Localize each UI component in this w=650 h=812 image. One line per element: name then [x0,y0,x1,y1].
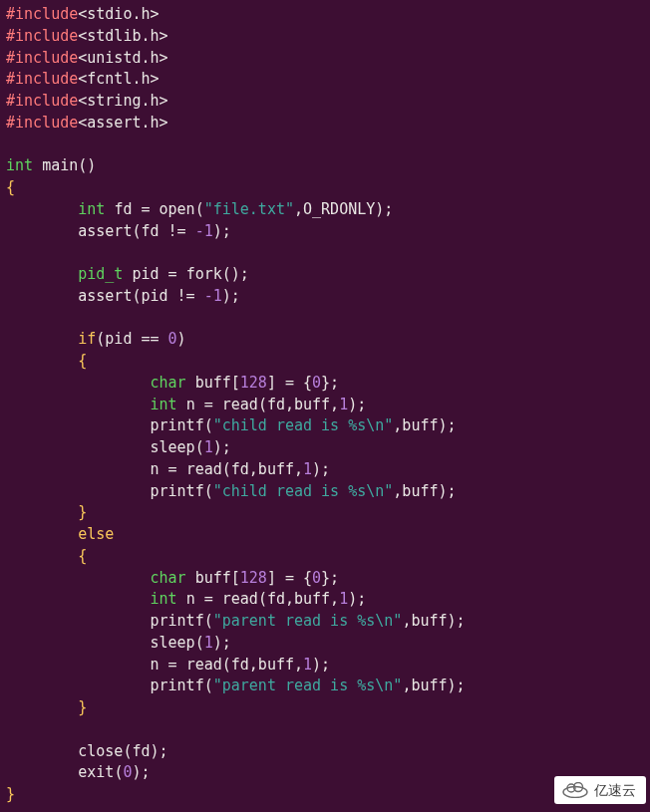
number: 1 [339,590,348,608]
semicolon: ; [141,763,150,781]
number: 1 [204,438,213,456]
paren: () [78,156,96,174]
watermark-badge: 亿速云 [554,776,646,804]
fn-assert: assert [78,287,132,305]
fn-printf: printf [151,677,204,694]
paren: ) [213,222,222,240]
number: 1 [204,634,213,652]
args: fd,buff, [231,460,303,478]
op-eq: = [195,590,222,608]
args: ,buff); [402,677,465,694]
string-literal: "child read is %s\n" [213,416,394,434]
include-path: <string.h> [78,92,167,110]
number: 0 [312,374,321,392]
keyword-int: int [151,590,177,608]
var-buff: buff [195,374,231,392]
comma: , [294,200,303,218]
paren: ) [151,742,160,760]
fn-read: read [222,396,258,413]
fn-fork: fork [186,265,222,283]
code-block: #include<stdio.h> #include<stdlib.h> #in… [0,0,650,810]
paren: ) [177,330,186,348]
semicolon: ; [222,634,231,652]
preproc-directive: #include [6,92,78,110]
number: 0 [312,569,321,587]
fn-printf: printf [151,416,204,434]
semicolon: ; [222,222,231,240]
args: ,buff); [393,416,456,434]
paren: ( [222,460,231,478]
expr: pid != [141,287,203,305]
args: ,buff); [402,612,465,630]
fn-open: open [160,200,195,218]
constant-flag: O_RDONLY [303,200,375,218]
cloud-icon [562,782,588,798]
brace-close: } [78,698,87,716]
bracket: [ [231,569,240,587]
fn-printf: printf [151,612,204,630]
paren: ( [258,590,267,608]
fn-exit: exit [78,763,114,781]
paren: ( [96,330,105,348]
include-path: <stdio.h> [78,5,159,23]
preproc-directive: #include [6,49,78,67]
paren: ( [204,677,213,694]
keyword-char: char [151,374,186,392]
paren: ) [213,634,222,652]
fn-assert: assert [78,222,132,240]
bracket: ] [267,374,276,392]
brace-open: { [78,547,87,565]
args: fd,buff, [267,396,339,413]
args: ,buff); [393,482,456,500]
string-literal: "parent read is %s\n" [213,677,403,694]
keyword-if: if [78,330,96,348]
paren: ) [312,656,321,674]
var-n: n [186,590,195,608]
include-path: <assert.h> [78,114,167,132]
semicolon: ; [357,590,366,608]
keyword-else: else [78,525,114,543]
semicolon: ; [321,460,330,478]
lhs: n = [151,460,186,478]
semicolon: ; [384,200,393,218]
op-eq: = [132,200,159,218]
paren: ( [222,656,231,674]
include-line: #include<fcntl.h> [6,70,160,88]
paren: ( [204,482,213,500]
preproc-directive: #include [6,27,78,45]
bracket: [ [231,374,240,392]
var-buff: buff [195,569,231,587]
keyword-int: int [151,396,177,413]
brace-close: } [6,785,15,803]
bracket: ] [267,569,276,587]
paren: ( [204,416,213,434]
string-literal: "file.txt" [204,200,294,218]
keyword-char: char [151,569,186,587]
op: }; [321,374,339,392]
fn-read: read [222,590,258,608]
paren: ) [213,438,222,456]
include-line: #include<assert.h> [6,114,168,132]
number: -1 [195,222,213,240]
paren: ( [204,612,213,630]
number: -1 [204,287,222,305]
fn-main: main [42,156,78,174]
var-pid: pid [132,265,159,283]
include-path: <unistd.h> [78,49,167,67]
include-path: <stdlib.h> [78,27,167,45]
semicolon: ; [357,396,366,413]
args: fd,buff, [267,590,339,608]
include-line: #include<unistd.h> [6,49,168,67]
expr: fd != [141,222,194,240]
paren: ) [222,287,231,305]
watermark-text: 亿速云 [594,780,636,800]
brace-open: { [6,178,15,196]
keyword-pid_t: pid_t [78,265,123,283]
fn-sleep: sleep [151,634,195,652]
semicolon: ; [240,265,249,283]
include-path: <fcntl.h> [78,70,159,88]
keyword-int: int [78,200,105,218]
include-line: #include<string.h> [6,92,168,110]
var-n: n [186,396,195,413]
op: = { [276,569,312,587]
